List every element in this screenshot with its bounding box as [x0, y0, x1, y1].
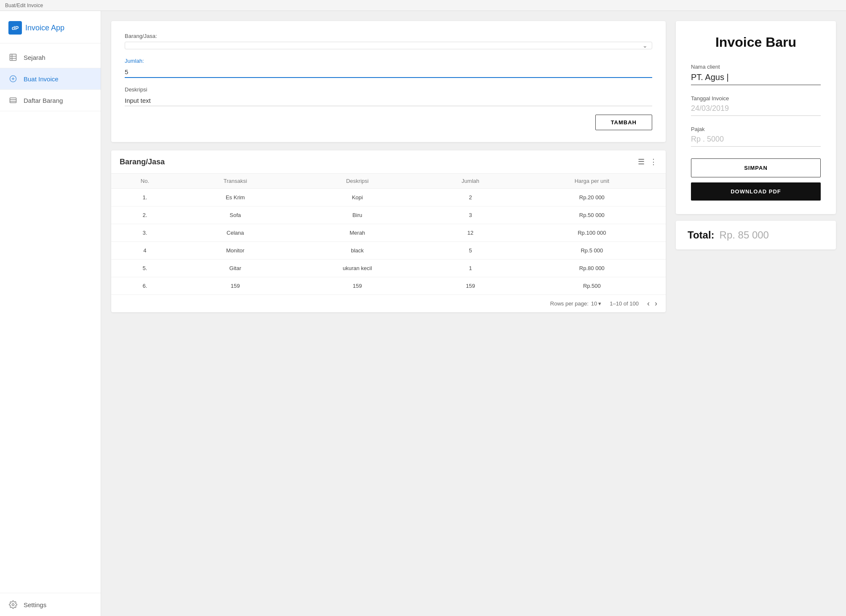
sidebar-item-daftar-barang[interactable]: Daftar Barang — [0, 90, 101, 111]
tax-value[interactable]: Rp . 5000 — [691, 135, 821, 147]
list-icon — [8, 96, 18, 105]
col-deskripsi: Deskripsi — [292, 174, 423, 189]
table-actions: ☰ ⋮ — [638, 157, 657, 166]
barang-field-group: Barang/Jasa: ⌄ — [125, 33, 652, 49]
tambah-button[interactable]: TAMBAH — [595, 115, 652, 130]
sidebar-item-buat-invoice[interactable]: Buat Invoice — [0, 68, 101, 90]
logo-icon: dP — [8, 21, 22, 35]
svg-rect-7 — [10, 98, 16, 103]
date-label: Tanggal Invoice — [691, 95, 821, 102]
prev-page-button[interactable]: ‹ — [647, 299, 650, 308]
cell-transaksi: Es Krim — [179, 189, 292, 206]
cell-jumlah: 5 — [423, 242, 518, 260]
download-button[interactable]: DOWNLOAD PDF — [691, 182, 821, 201]
cell-deskripsi: ukuran kecil — [292, 260, 423, 277]
table-row: 5. Gitar ukuran kecil 1 Rp.80 000 — [111, 260, 666, 277]
jumlah-input[interactable] — [125, 67, 652, 78]
sidebar: dP Invoice App Sejarah — [0, 11, 101, 616]
table-row: 2. Sofa Biru 3 Rp.50 000 — [111, 206, 666, 224]
cell-harga: Rp.100 000 — [518, 224, 666, 242]
cell-transaksi: Sofa — [179, 206, 292, 224]
cell-no: 1. — [111, 189, 179, 206]
jumlah-label: Jumlah: — [125, 58, 652, 64]
rows-per-page-select[interactable]: 10 ▾ — [591, 300, 601, 307]
rows-per-page-label: Rows per page: — [550, 300, 589, 307]
rows-per-page-control: Rows per page: 10 ▾ — [550, 300, 602, 307]
table-header-row: No. Transaksi Deskripsi Jumlah Harga per… — [111, 174, 666, 189]
main-content: Barang/Jasa: ⌄ Jumlah: Deskripsi TAMBAH — [101, 11, 846, 616]
cell-harga: Rp.80 000 — [518, 260, 666, 277]
cell-no: 2. — [111, 206, 179, 224]
plus-circle-icon — [8, 74, 18, 83]
app-name: Invoice App — [25, 24, 64, 32]
sidebar-label-sejarah: Sejarah — [24, 54, 46, 61]
cell-harga: Rp.5 000 — [518, 242, 666, 260]
sidebar-item-settings[interactable]: Settings — [8, 600, 92, 609]
right-column: Invoice Baru Nama client PT. Agus | Tang… — [676, 21, 836, 606]
center-column: Barang/Jasa: ⌄ Jumlah: Deskripsi TAMBAH — [111, 21, 666, 606]
date-field: Tanggal Invoice 24/03/2019 — [691, 95, 821, 116]
cell-harga: Rp.500 — [518, 277, 666, 295]
form-card: Barang/Jasa: ⌄ Jumlah: Deskripsi TAMBAH — [111, 21, 666, 142]
cell-no: 4 — [111, 242, 179, 260]
col-no: No. — [111, 174, 179, 189]
sidebar-item-sejarah[interactable]: Sejarah — [0, 47, 101, 68]
svg-point-10 — [12, 604, 14, 606]
jumlah-field-group: Jumlah: — [125, 58, 652, 78]
date-value[interactable]: 24/03/2019 — [691, 104, 821, 116]
svg-rect-0 — [10, 54, 16, 61]
client-field: Nama client PT. Agus | — [691, 64, 821, 85]
cell-jumlah: 3 — [423, 206, 518, 224]
total-value: Rp. 85 000 — [720, 229, 769, 241]
cell-deskripsi: black — [292, 242, 423, 260]
sidebar-footer: Settings — [0, 593, 101, 616]
client-value[interactable]: PT. Agus | — [691, 72, 821, 85]
table-row: 3. Celana Merah 12 Rp.100 000 — [111, 224, 666, 242]
deskripsi-input[interactable] — [125, 95, 652, 106]
cell-jumlah: 2 — [423, 189, 518, 206]
invoice-buttons: SIMPAN DOWNLOAD PDF — [691, 158, 821, 201]
table-icon — [8, 53, 18, 62]
cell-transaksi: Monitor — [179, 242, 292, 260]
barang-label: Barang/Jasa: — [125, 33, 652, 39]
sidebar-nav: Sejarah Buat Invoice — [0, 43, 101, 593]
next-page-button[interactable]: › — [655, 299, 657, 308]
cell-jumlah: 1 — [423, 260, 518, 277]
filter-icon[interactable]: ☰ — [638, 157, 645, 166]
chevron-down-icon: ⌄ — [643, 42, 648, 49]
cell-deskripsi: 159 — [292, 277, 423, 295]
cell-jumlah: 12 — [423, 224, 518, 242]
gear-icon — [8, 600, 18, 609]
tax-label: Pajak — [691, 126, 821, 132]
cell-transaksi: Gitar — [179, 260, 292, 277]
tax-field: Pajak Rp . 5000 — [691, 126, 821, 147]
col-jumlah: Jumlah — [423, 174, 518, 189]
client-label: Nama client — [691, 64, 821, 70]
cell-transaksi: 159 — [179, 277, 292, 295]
barang-select[interactable]: ⌄ — [125, 42, 652, 49]
invoice-card: Invoice Baru Nama client PT. Agus | Tang… — [676, 21, 836, 214]
cell-deskripsi: Kopi — [292, 189, 423, 206]
table-row: 4 Monitor black 5 Rp.5 000 — [111, 242, 666, 260]
total-label: Total: — [688, 229, 715, 241]
cell-harga: Rp.50 000 — [518, 206, 666, 224]
deskripsi-label: Deskripsi — [125, 86, 652, 93]
col-transaksi: Transaksi — [179, 174, 292, 189]
rows-per-page-value: 10 — [591, 300, 597, 307]
table-header: Barang/Jasa ☰ ⋮ — [111, 150, 666, 174]
simpan-button[interactable]: SIMPAN — [691, 158, 821, 177]
table-title: Barang/Jasa — [120, 158, 638, 166]
cell-jumlah: 159 — [423, 277, 518, 295]
sidebar-label-daftar-barang: Daftar Barang — [24, 97, 63, 104]
col-harga: Harga per unit — [518, 174, 666, 189]
table-row: 1. Es Krim Kopi 2 Rp.20 000 — [111, 189, 666, 206]
cell-no: 6. — [111, 277, 179, 295]
cell-harga: Rp.20 000 — [518, 189, 666, 206]
sidebar-label-buat-invoice: Buat Invoice — [24, 75, 59, 83]
items-table: No. Transaksi Deskripsi Jumlah Harga per… — [111, 174, 666, 295]
more-vert-icon[interactable]: ⋮ — [650, 157, 657, 166]
pagination-nav: ‹ › — [647, 299, 657, 308]
table-footer: Rows per page: 10 ▾ 1–10 of 100 ‹ › — [111, 295, 666, 312]
cell-transaksi: Celana — [179, 224, 292, 242]
sidebar-logo[interactable]: dP Invoice App — [0, 11, 101, 43]
